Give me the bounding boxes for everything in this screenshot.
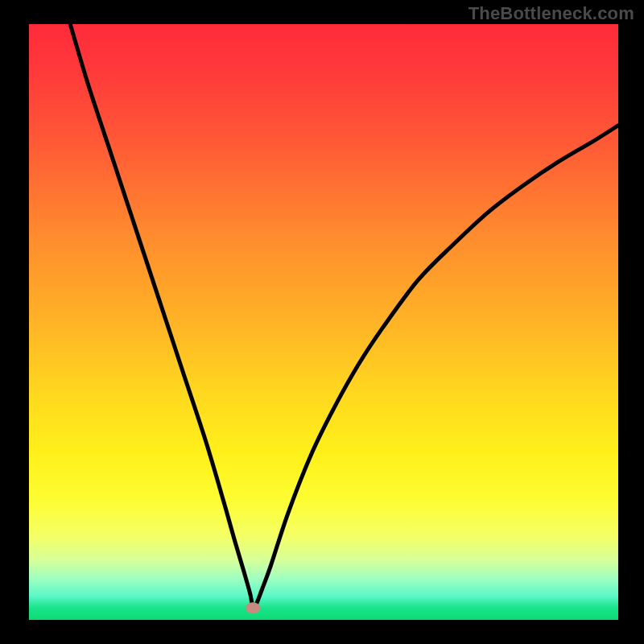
chart-container: TheBottleneck.com (0, 0, 644, 644)
plot-area (29, 24, 618, 620)
bottleneck-curve (70, 24, 618, 608)
chart-svg (29, 24, 618, 620)
attribution-label: TheBottleneck.com (469, 3, 634, 24)
optimum-marker (246, 602, 260, 613)
